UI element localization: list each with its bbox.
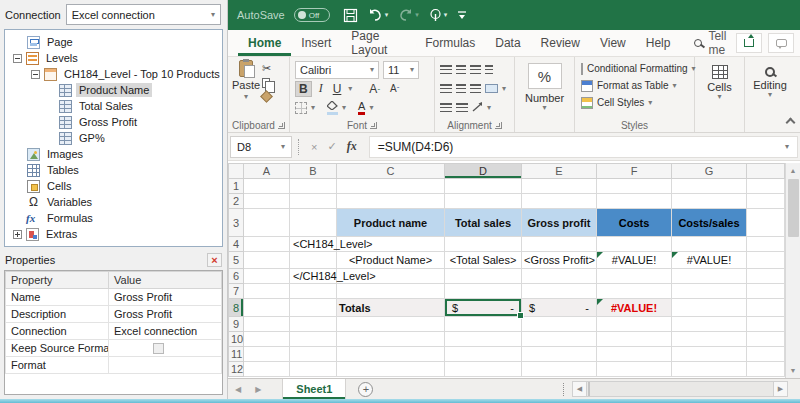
underline-button[interactable]: U xyxy=(330,82,345,96)
properties-col-value[interactable]: Value xyxy=(109,272,222,289)
row-header-11[interactable]: 11 xyxy=(229,347,244,362)
column-header-b[interactable]: B xyxy=(290,164,337,179)
tree-item-gross-profit[interactable]: Gross Profit xyxy=(5,114,222,130)
cell[interactable] xyxy=(244,209,290,237)
cell[interactable] xyxy=(244,269,290,284)
collapse-expander-icon[interactable] xyxy=(13,54,22,63)
cell[interactable] xyxy=(747,332,785,347)
cell[interactable] xyxy=(522,269,597,284)
cell[interactable] xyxy=(337,317,445,332)
row-header-7[interactable]: 7 xyxy=(229,284,244,299)
column-header-e[interactable]: E xyxy=(522,164,597,179)
copy-icon[interactable] xyxy=(262,78,270,88)
tree-item-extras[interactable]: Extras xyxy=(5,226,222,242)
save-button[interactable] xyxy=(343,8,358,23)
cell[interactable] xyxy=(337,362,445,377)
cell[interactable] xyxy=(290,362,337,377)
keep-source-formats-checkbox[interactable] xyxy=(153,343,164,354)
cell[interactable] xyxy=(747,317,785,332)
tree-item-formulas[interactable]: fxFormulas xyxy=(5,210,222,226)
cell-f8[interactable]: #VALUE! xyxy=(597,299,672,317)
sheet-nav-right-icon[interactable]: ▶ xyxy=(248,385,268,394)
cell[interactable] xyxy=(290,194,337,209)
cell[interactable] xyxy=(747,284,785,299)
cell[interactable] xyxy=(597,347,672,362)
tab-page-layout[interactable]: Page Layout xyxy=(341,30,415,56)
align-bottom-icon[interactable] xyxy=(470,65,481,74)
tell-me-box[interactable]: Tell me xyxy=(694,29,736,57)
cell[interactable] xyxy=(290,332,337,347)
dialog-launcher-icon[interactable] xyxy=(495,122,502,129)
cell[interactable] xyxy=(672,194,747,209)
cell-e5[interactable]: <Gross Profit> xyxy=(522,252,597,269)
select-all-corner[interactable] xyxy=(229,164,244,179)
cell[interactable] xyxy=(244,317,290,332)
cell-e8[interactable]: $- xyxy=(522,299,597,317)
tab-home[interactable]: Home xyxy=(238,30,291,56)
cell-g5[interactable]: #VALUE! xyxy=(672,252,747,269)
touch-mouse-mode-button[interactable]: ▾ xyxy=(429,8,448,22)
cells-group[interactable]: Cells ▾ xyxy=(695,57,745,132)
tab-splitter[interactable] xyxy=(563,383,564,396)
dialog-launcher-icon[interactable] xyxy=(278,122,285,129)
scroll-right-icon[interactable]: ▶ xyxy=(773,381,788,397)
scroll-left-icon[interactable]: ◀ xyxy=(572,381,587,397)
fill-color-icon[interactable] xyxy=(327,101,338,115)
tab-data[interactable]: Data xyxy=(485,30,530,56)
scroll-up-icon[interactable]: ▲ xyxy=(786,163,800,178)
tree-item-cells[interactable]: Cells xyxy=(5,178,222,194)
cell[interactable] xyxy=(445,269,522,284)
cell-e3[interactable]: Gross profit xyxy=(522,209,597,237)
cell[interactable] xyxy=(747,299,785,317)
horizontal-scrollbar[interactable]: ◀ ▶ xyxy=(572,381,788,397)
cell[interactable] xyxy=(597,179,672,194)
customize-quick-access-button[interactable] xyxy=(457,9,467,21)
cell[interactable] xyxy=(747,362,785,377)
cell[interactable] xyxy=(522,179,597,194)
cell[interactable] xyxy=(747,209,785,237)
tab-review[interactable]: Review xyxy=(531,30,590,56)
connection-select[interactable]: Excel connection ▾ xyxy=(66,4,221,25)
cell[interactable] xyxy=(597,269,672,284)
cell[interactable] xyxy=(672,332,747,347)
cell[interactable] xyxy=(522,347,597,362)
cell[interactable] xyxy=(672,299,747,317)
properties-col-property[interactable]: Property xyxy=(6,272,109,289)
cell[interactable] xyxy=(337,347,445,362)
cell-f3[interactable]: Costs xyxy=(597,209,672,237)
name-box[interactable]: D8 ▾ xyxy=(230,136,292,158)
tree-item-images[interactable]: Images xyxy=(5,146,222,162)
cell[interactable] xyxy=(445,332,522,347)
cell[interactable] xyxy=(597,362,672,377)
column-header-g[interactable]: G xyxy=(672,164,747,179)
cell[interactable] xyxy=(290,252,337,269)
cell[interactable] xyxy=(672,237,747,252)
cell[interactable] xyxy=(244,332,290,347)
font-color-icon[interactable]: A xyxy=(358,101,365,115)
share-button[interactable] xyxy=(736,33,762,53)
cell-g3[interactable]: Costs/sales xyxy=(672,209,747,237)
cell[interactable] xyxy=(290,347,337,362)
align-center-icon[interactable] xyxy=(456,84,466,93)
collapse-expander-icon[interactable] xyxy=(31,70,40,79)
column-header-f[interactable]: F xyxy=(597,164,672,179)
cell[interactable] xyxy=(445,347,522,362)
cell-c3[interactable]: Product name xyxy=(337,209,445,237)
cell[interactable] xyxy=(672,269,747,284)
sheet-nav-left-icon[interactable]: ◀ xyxy=(228,385,248,394)
tab-formulas[interactable]: Formulas xyxy=(415,30,485,56)
cell[interactable] xyxy=(672,347,747,362)
cell[interactable] xyxy=(747,269,785,284)
cell[interactable] xyxy=(244,252,290,269)
cell[interactable] xyxy=(597,194,672,209)
autosave-toggle[interactable]: Off xyxy=(294,8,330,22)
new-sheet-button[interactable]: + xyxy=(358,382,373,397)
cell-d8-selected[interactable]: $- xyxy=(445,299,522,317)
cell[interactable] xyxy=(290,299,337,317)
cell[interactable] xyxy=(290,317,337,332)
cell[interactable] xyxy=(672,179,747,194)
vertical-scroll-thumb[interactable] xyxy=(788,179,799,237)
align-top-icon[interactable] xyxy=(440,65,452,74)
column-header-partial[interactable] xyxy=(747,164,785,179)
number-group[interactable]: % Number ▾ xyxy=(515,57,575,132)
